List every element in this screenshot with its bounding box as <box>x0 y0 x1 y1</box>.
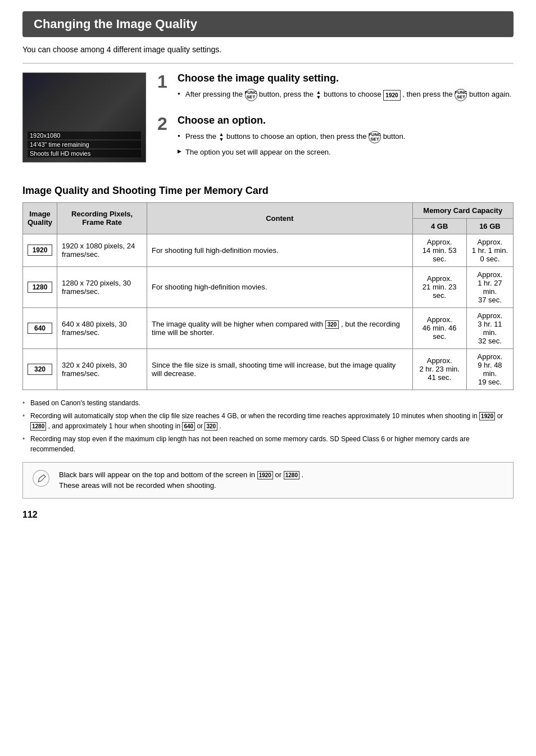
quality-icon-1280: 1280 <box>23 266 57 307</box>
subtitle: You can choose among 4 different image q… <box>22 45 514 54</box>
iq-section-title: Image Quality and Shooting Time per Memo… <box>22 185 514 197</box>
recording-320: 320 x 240 pixels, 30 frames/sec. <box>57 348 147 390</box>
step-2-body: Choose an option. Press the ▲▼ buttons t… <box>178 115 405 161</box>
res-badge-1920-step: 1920 <box>383 90 400 101</box>
content-1920: For shooting full high-definition movies… <box>147 234 412 266</box>
th-memory-card-capacity: Memory Card Capacity <box>412 202 514 218</box>
4gb-640: Approx. 46 min. 46 sec. <box>412 307 466 348</box>
res-badge-320-note: 320 <box>205 422 217 431</box>
res-badge-640-note: 640 <box>182 422 195 431</box>
table-row: 640 640 x 480 pixels, 30 frames/sec. The… <box>23 307 514 348</box>
recording-640: 640 x 480 pixels, 30 frames/sec. <box>57 307 147 348</box>
4gb-1920: Approx. 14 min. 53 sec. <box>412 234 466 266</box>
16gb-640: Approx. 3 hr. 11 min. 32 sec. <box>466 307 513 348</box>
note-bullet-3: • <box>22 434 27 454</box>
steps-content: 1 Choose the image quality setting. Afte… <box>157 73 514 171</box>
info-box-text: Black bars will appear on the top and bo… <box>59 469 303 491</box>
camera-resolution-text: 1920x1080 <box>28 132 141 139</box>
th-4gb: 4 GB <box>412 218 466 234</box>
iq-table: ImageQuality Recording Pixels,Frame Rate… <box>22 202 514 390</box>
4gb-320: Approx. 2 hr. 23 min. 41 sec. <box>412 348 466 390</box>
step-1-number: 1 <box>157 73 171 105</box>
content-320: Since the file size is small, shooting t… <box>147 348 412 390</box>
step-2-bullet-1: Press the ▲▼ buttons to choose an option… <box>178 131 405 143</box>
step-2-title: Choose an option. <box>178 115 405 126</box>
step-1-title: Choose the image quality setting. <box>178 73 511 84</box>
page-title: Changing the Image Quality <box>22 11 514 37</box>
th-16gb: 16 GB <box>466 218 513 234</box>
16gb-1920: Approx. 1 hr. 1 min. 0 sec. <box>466 234 513 266</box>
table-row: 1920 1920 x 1080 pixels, 24 frames/sec. … <box>23 234 514 266</box>
table-row: 1280 1280 x 720 pixels, 30 frames/sec. F… <box>23 266 514 307</box>
quality-icon-320: 320 <box>23 348 57 390</box>
th-content: Content <box>147 202 412 234</box>
res-badge-1920-info: 1920 <box>257 471 273 479</box>
updown-arrows-1: ▲▼ <box>316 90 321 100</box>
note-1-text: Based on Canon's testing standards. <box>30 398 140 408</box>
recording-1280: 1280 x 720 pixels, 30 frames/sec. <box>57 266 147 307</box>
content-640: The image quality will be higher when co… <box>147 307 412 348</box>
steps-section: 1920x1080 14'43" time remaining Shoots f… <box>22 73 514 171</box>
note-2: • Recording will automatically stop when… <box>22 411 514 431</box>
pencil-icon-wrap <box>31 469 51 487</box>
updown-arrows-2: ▲▼ <box>219 132 224 142</box>
16gb-320: Approx. 9 hr. 48 min. 19 sec. <box>466 348 513 390</box>
section-divider <box>22 63 514 64</box>
step-2: 2 Choose an option. Press the ▲▼ buttons… <box>157 115 514 161</box>
th-recording-pixels: Recording Pixels,Frame Rate <box>57 202 147 234</box>
step-2-bullet-2: The option you set will appear on the sc… <box>178 147 405 158</box>
svg-point-0 <box>33 470 49 486</box>
info-box: Black bars will appear on the top and bo… <box>22 462 514 499</box>
camera-time-remaining: 14'43" time remaining <box>28 141 141 148</box>
res-badge-320-inline: 320 <box>325 320 339 329</box>
func-btn-icon-2: FUNCSET <box>455 89 467 101</box>
iq-table-head: ImageQuality Recording Pixels,Frame Rate… <box>23 202 514 234</box>
note-2-text: Recording will automatically stop when t… <box>30 411 514 431</box>
func-btn-icon-1: FUNCSET <box>245 89 257 101</box>
notes-section: • Based on Canon's testing standards. • … <box>22 398 514 454</box>
note-bullet-1: • <box>22 398 27 408</box>
th-image-quality: ImageQuality <box>23 202 57 234</box>
iq-table-body: 1920 1920 x 1080 pixels, 24 frames/sec. … <box>23 234 514 390</box>
16gb-1280: Approx. 1 hr. 27 min. 37 sec. <box>466 266 513 307</box>
res-badge-1280-note: 1280 <box>30 422 46 431</box>
step-1: 1 Choose the image quality setting. Afte… <box>157 73 514 105</box>
quality-icon-1920: 1920 <box>23 234 57 266</box>
camera-shoots-text: Shoots full HD movies <box>28 150 141 157</box>
quality-icon-640: 640 <box>23 307 57 348</box>
res-badge-1280-info: 1280 <box>284 471 299 479</box>
step-1-bullet-1: After pressing the FUNCSET button, press… <box>178 89 511 101</box>
func-btn-icon-3: FUNCSET <box>369 131 381 143</box>
note-3-text: Recording may stop even if the maximum c… <box>30 434 514 454</box>
table-row: 320 320 x 240 pixels, 30 frames/sec. Sin… <box>23 348 514 390</box>
recording-1920: 1920 x 1080 pixels, 24 frames/sec. <box>57 234 147 266</box>
step-2-number: 2 <box>157 115 171 161</box>
4gb-1280: Approx. 21 min. 23 sec. <box>412 266 466 307</box>
step-1-bullets: After pressing the FUNCSET button, press… <box>178 89 511 101</box>
pencil-icon <box>32 469 50 487</box>
content-1280: For shooting high-definition movies. <box>147 266 412 307</box>
step-1-body: Choose the image quality setting. After … <box>178 73 511 105</box>
note-bullet-2: • <box>22 411 27 431</box>
res-badge-1920-note: 1920 <box>479 412 495 420</box>
iq-table-header-row-1: ImageQuality Recording Pixels,Frame Rate… <box>23 202 514 218</box>
page-number: 112 <box>22 510 514 520</box>
camera-overlay: 1920x1080 14'43" time remaining Shoots f… <box>28 132 141 157</box>
step-2-bullets: Press the ▲▼ buttons to choose an option… <box>178 131 405 158</box>
camera-image: 1920x1080 14'43" time remaining Shoots f… <box>22 73 146 162</box>
note-1: • Based on Canon's testing standards. <box>22 398 514 408</box>
note-3: • Recording may stop even if the maximum… <box>22 434 514 454</box>
